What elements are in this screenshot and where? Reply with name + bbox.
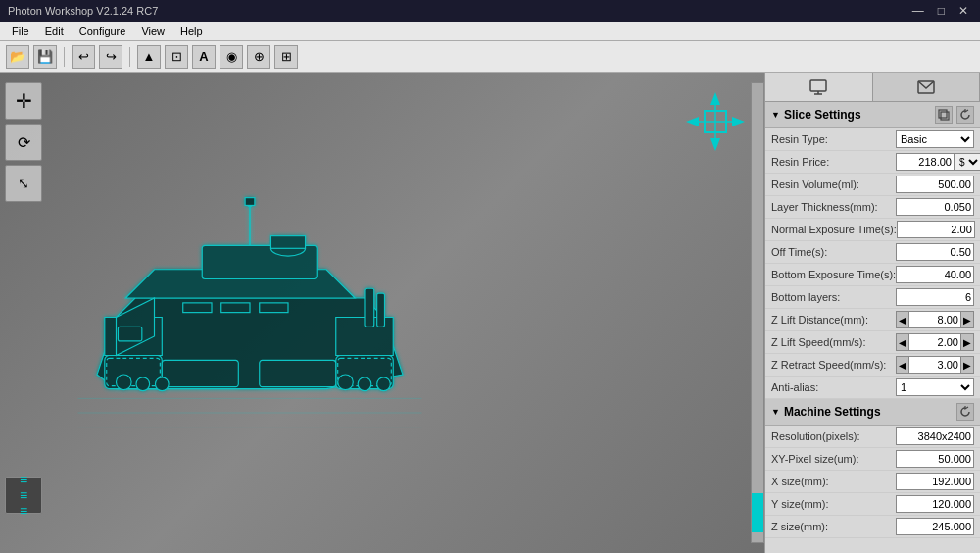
resin-type-label: Resin Type: [771,133,896,145]
z-lift-speed-val: 2.00 [909,333,960,351]
svg-point-36 [338,375,354,390]
toolbar-support[interactable]: ▲ [137,45,161,69]
titlebar-controls: — □ ✕ [908,4,972,18]
z-retract-speed-label: Z Retract Speed(mm/s): [771,359,896,371]
navigation-cube[interactable] [681,87,750,156]
menu-file[interactable]: File [4,25,37,37]
layers-tool[interactable]: ≡≡≡ [5,477,42,514]
xy-pixel-input[interactable] [896,450,974,468]
machine-settings-header: ▼ Machine Settings [765,399,980,426]
layer-thickness-label: Layer Thickness(mm): [771,201,896,213]
svg-rect-32 [118,327,141,341]
settings-scroll-area[interactable]: ▼ Slice Settings Resin Type: Basic [765,102,980,553]
resin-price-row: Resin Price: $ [765,151,980,174]
menu-help[interactable]: Help [172,25,211,37]
menu-view[interactable]: View [133,25,172,37]
off-time-input[interactable] [896,243,974,261]
z-retract-speed-stepper: ◀ 3.00 ▶ [896,356,974,374]
bottom-layers-row: Bottom layers: [765,286,980,309]
svg-point-34 [136,377,150,391]
z-lift-distance-val: 8.00 [909,311,960,328]
toolbar: 📂 💾 ↩ ↪ ▲ ⊡ A ◉ ⊕ ⊞ [0,41,980,73]
slice-settings-header: ▼ Slice Settings [765,102,980,128]
z-size-input[interactable] [896,518,974,535]
resin-price-currency[interactable]: $ [955,153,980,171]
z-lift-distance-dec[interactable]: ◀ [896,311,909,328]
panel-tabs [765,73,980,102]
z-lift-distance-inc[interactable]: ▶ [960,311,974,328]
machine-expand-icon[interactable]: ▼ [771,407,780,417]
right-panel: ▼ Slice Settings Resin Type: Basic [764,73,980,553]
normal-exposure-row: Normal Exposure Time(s): [765,219,980,241]
z-lift-speed-dec[interactable]: ◀ [896,333,909,351]
z-lift-distance-label: Z Lift Distance(mm): [771,314,896,326]
scale-tool[interactable]: ⤡ [5,165,42,202]
main-layout: ✛ ⟳ ⤡ [0,73,980,553]
svg-marker-0 [710,92,720,105]
z-lift-speed-row: Z Lift Speed(mm/s): ◀ 2.00 ▶ [765,331,980,354]
machine-settings-title: Machine Settings [784,405,881,419]
slice-copy-button[interactable] [935,106,953,124]
tab-display[interactable] [765,73,873,101]
resolution-input[interactable] [896,427,974,445]
vertical-slider[interactable] [751,82,764,543]
toolbar-print[interactable]: ◉ [220,45,243,69]
model-area: ✛ ⟳ ⤡ [0,73,764,553]
3d-viewport[interactable]: ✛ ⟳ ⤡ [0,73,764,553]
svg-point-35 [155,377,169,391]
move-tool[interactable]: ✛ [5,82,42,120]
toolbar-redo[interactable]: ↪ [99,45,122,69]
layer-thickness-input[interactable] [896,198,974,216]
svg-rect-18 [105,356,163,389]
toolbar-grid[interactable]: ⊞ [274,45,298,69]
toolbar-save[interactable]: 💾 [33,45,57,69]
z-retract-speed-inc[interactable]: ▶ [960,356,974,374]
svg-marker-2 [686,117,699,126]
svg-rect-27 [221,303,250,313]
resin-volume-label: Resin Volume(ml): [771,178,896,190]
toolbar-text[interactable]: A [192,45,216,69]
machine-header-icons [956,403,974,421]
slice-expand-icon[interactable]: ▼ [771,110,780,120]
x-size-input[interactable] [896,473,974,490]
normal-exposure-input[interactable] [897,221,975,238]
slider-thumb[interactable] [752,493,763,532]
svg-point-33 [117,375,132,390]
toolbar-hollow[interactable]: ⊡ [165,45,188,69]
bottom-layers-input[interactable] [896,288,974,306]
toolbar-undo[interactable]: ↩ [72,45,95,69]
resin-type-select[interactable]: Basic ABS-Like Flexible [896,130,974,148]
slice-header-left: ▼ Slice Settings [771,108,861,122]
z-size-row: Z size(mm): [765,516,980,538]
z-lift-distance-row: Z Lift Distance(mm): ◀ 8.00 ▶ [765,309,980,331]
minimize-button[interactable]: — [908,4,928,18]
left-tools-bottom: ≡≡≡ [5,477,42,514]
z-lift-speed-inc[interactable]: ▶ [960,333,974,351]
y-size-input[interactable] [896,495,974,513]
rotate-tool[interactable]: ⟳ [5,124,42,161]
close-button[interactable]: ✕ [955,4,972,18]
resolution-row: Resolution(pixels): [765,426,980,448]
resin-volume-input[interactable] [896,176,974,193]
y-size-row: Y size(mm): [765,493,980,516]
z-retract-speed-dec[interactable]: ◀ [896,356,909,374]
slice-refresh-button[interactable] [956,106,974,124]
menu-configure[interactable]: Configure [72,25,134,37]
toolbar-sep2 [129,47,130,67]
machine-refresh-button[interactable] [956,403,974,421]
svg-rect-22 [162,360,238,386]
tab-email[interactable] [873,73,981,101]
toolbar-slice[interactable]: ⊕ [247,45,270,69]
maximize-button[interactable]: □ [934,4,949,18]
resin-price-input[interactable] [896,153,955,171]
anti-alias-select[interactable]: 1 2 4 8 [896,378,974,396]
svg-rect-23 [260,360,336,386]
svg-point-38 [377,377,391,391]
menubar: File Edit Configure View Help [0,22,980,41]
menu-edit[interactable]: Edit [37,25,72,37]
toolbar-open[interactable]: 📂 [6,45,29,69]
anti-alias-row: Anti-alias: 1 2 4 8 [765,377,980,399]
svg-marker-1 [710,138,720,151]
bottom-exposure-input[interactable] [896,266,974,283]
bottom-layers-label: Bottom layers: [771,291,896,303]
